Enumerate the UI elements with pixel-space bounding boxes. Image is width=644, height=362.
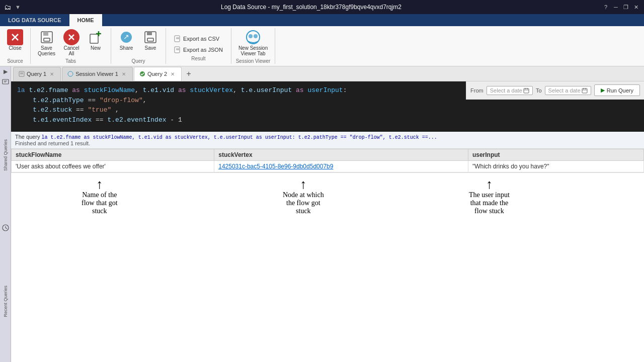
tab-session-viewer1[interactable]: Session Viewer 1 ✕ — [62, 67, 133, 81]
svg-line-29 — [6, 228, 7, 229]
tab-home[interactable]: HOME — [69, 14, 102, 26]
arrow-flow-name: ↑ — [82, 178, 118, 191]
source-group-label: Source — [7, 58, 23, 64]
arrow-node: ↑ — [283, 178, 324, 191]
help-button[interactable]: ? — [602, 3, 610, 11]
close-label: Close — [9, 45, 22, 51]
tab-session-viewer1-label: Session Viewer 1 — [75, 71, 118, 77]
title-bar-controls: ? ─ ❐ ✕ — [602, 3, 640, 11]
ribbon-tab-bar: LOG DATA SOURCE HOME — [0, 14, 644, 26]
svg-rect-3 — [43, 32, 48, 36]
content-area: Query 1 ✕ Session Viewer 1 ✕ Query 2 ✕ +… — [11, 66, 644, 362]
stuck-vertex-link[interactable]: 1425031c-bac5-4105-8e96-9db0d5d007b9 — [218, 163, 333, 170]
results-table-container: stuckFlowName stuckVertex userInput 'Use… — [11, 149, 644, 173]
annotation-node: ↑ Node at whichthe flow gotstuck — [283, 178, 324, 215]
annotation-user-input-text: The user inputthat made theflow stuck — [469, 191, 510, 215]
query-group-label: Query — [131, 58, 145, 64]
session-viewer-tab-label: New SessionViewer Tab — [238, 45, 268, 56]
query-info-prefix: The query — [15, 134, 42, 140]
table-header-row: stuckFlowName stuckVertex userInput — [12, 149, 644, 161]
to-label: To — [536, 87, 542, 94]
svg-rect-39 — [582, 88, 587, 93]
tab-query2-label: Query 2 — [147, 71, 167, 77]
cell-stuck-flow-name: 'User asks about coffees we offer' — [12, 161, 214, 172]
ribbon-group-tabs-items: SaveQueries CancelAll New — [35, 28, 107, 57]
from-calendar-icon — [523, 87, 529, 94]
query-info-bar: The query la t.e2.fname as stuckFlowName… — [11, 132, 644, 149]
window-title: Log Data Source - my_first_solution_18kb… — [21, 4, 602, 11]
query-info-code: la t.e2.fname as stuckFlowName, t.e1.vid… — [42, 135, 437, 140]
table-row: 'User asks about coffees we offer' 14250… — [12, 161, 644, 172]
save-button[interactable]: Save — [139, 28, 162, 52]
close-icon — [7, 29, 23, 45]
annotation-flow-name-text: Name of theflow that gotstuck — [82, 191, 118, 215]
ribbon-group-tabs: SaveQueries CancelAll New Tabs — [31, 28, 111, 64]
svg-rect-7 — [90, 34, 98, 43]
session-viewer-group-label: Session Viewer — [236, 58, 271, 64]
export-json-button[interactable]: Export as JSON — [170, 45, 227, 55]
cell-stuck-vertex[interactable]: 1425031c-bac5-4105-8e96-9db0d5d007b9 — [214, 161, 468, 172]
save-icon — [142, 29, 158, 45]
save-queries-icon — [39, 29, 55, 45]
run-query-button[interactable]: ▶ Run Query — [594, 84, 640, 96]
ribbon-group-session-items: New SessionViewer Tab — [235, 28, 271, 57]
arrow-user-input: ↑ — [469, 178, 510, 191]
from-date-input[interactable]: Select a date — [487, 86, 533, 95]
restore-button[interactable]: ❐ — [622, 3, 630, 11]
session-viewer-icon — [245, 29, 261, 45]
to-date-input[interactable]: Select a date — [545, 86, 591, 95]
share-button[interactable]: ↗ Share — [115, 28, 137, 52]
close-window-button[interactable]: ✕ — [632, 3, 640, 11]
svg-rect-35 — [524, 88, 529, 93]
ribbon-group-source: Close Source — [0, 28, 31, 64]
svg-point-33 — [68, 71, 73, 76]
query2-check-icon — [139, 71, 145, 77]
title-bar-left: 🗂 ▼ — [4, 3, 21, 11]
left-sidebar: ▶ Shared Queries Recent Queries — [0, 66, 11, 362]
export-json-label: Export as JSON — [183, 47, 223, 53]
ribbon-group-query: ↗ Share Save Query — [111, 28, 166, 64]
add-tab-button[interactable]: + — [183, 68, 195, 80]
new-button[interactable]: New — [85, 28, 107, 52]
svg-point-23 — [254, 34, 258, 38]
query-result-text: Finished and returned 1 result. — [15, 140, 90, 146]
col-stuck-flow-name: stuckFlowName — [12, 149, 214, 161]
ribbon: Close Source SaveQueries CancelAll — [0, 26, 644, 66]
to-calendar-icon — [582, 87, 588, 94]
tab-query1-close[interactable]: ✕ — [48, 71, 55, 77]
sidebar-clock-icon[interactable] — [2, 224, 9, 232]
sidebar-shared-icon[interactable] — [2, 78, 9, 86]
share-icon: ↗ — [118, 29, 134, 45]
tab-query1-label: Query 1 — [27, 71, 46, 77]
sidebar-shared-queries-label-container: Shared Queries — [3, 89, 8, 221]
session-viewer1-icon — [67, 71, 73, 77]
from-label: From — [470, 87, 484, 94]
annotation-node-text: Node at whichthe flow gotstuck — [283, 191, 324, 215]
minimize-button[interactable]: ─ — [612, 3, 620, 11]
result-items: Export as CSV Export as JSON — [170, 31, 227, 55]
tab-session-viewer1-close[interactable]: ✕ — [120, 71, 127, 77]
recent-queries-label[interactable]: Recent Queries — [3, 286, 8, 317]
cell-user-input: "Which drinks do you have?" — [468, 161, 643, 172]
save-queries-button[interactable]: SaveQueries — [35, 28, 58, 57]
shared-queries-label[interactable]: Shared Queries — [3, 139, 8, 171]
export-csv-button[interactable]: Export as CSV — [170, 34, 227, 44]
tab-query2[interactable]: Query 2 ✕ — [134, 67, 182, 81]
app-icon: 🗂 — [4, 3, 11, 11]
close-button[interactable]: Close — [4, 28, 26, 52]
result-group-label: Result — [191, 56, 205, 61]
results-area: The query la t.e2.fname as stuckFlowName… — [11, 132, 644, 362]
new-label: New — [91, 45, 101, 51]
sidebar-arrow-icon[interactable]: ▶ — [4, 68, 8, 75]
new-session-viewer-tab-button[interactable]: New SessionViewer Tab — [235, 28, 271, 57]
run-query-label: Run Query — [607, 87, 633, 94]
tab-query1[interactable]: Query 1 ✕ — [13, 67, 61, 81]
ribbon-group-result: Export as CSV Export as JSON Result — [166, 28, 231, 64]
cancel-all-button[interactable]: CancelAll — [60, 28, 83, 57]
svg-rect-4 — [44, 38, 50, 41]
tab-query2-close[interactable]: ✕ — [169, 71, 176, 77]
annotation-flow-name: ↑ Name of theflow that gotstuck — [82, 178, 118, 215]
svg-text:↗: ↗ — [123, 33, 129, 41]
cancel-all-icon — [63, 29, 79, 45]
tab-log-data-source[interactable]: LOG DATA SOURCE — [0, 14, 69, 26]
